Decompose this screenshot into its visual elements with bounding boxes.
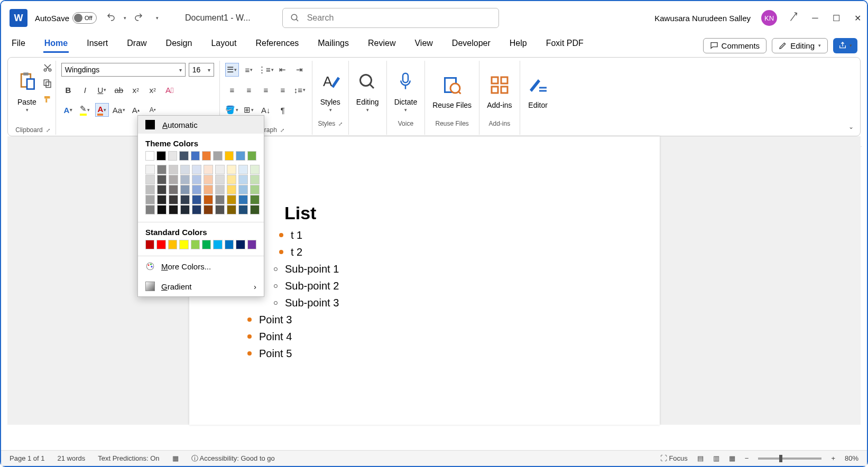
color-swatch[interactable]	[179, 151, 188, 161]
color-swatch[interactable]	[145, 165, 155, 174]
decrease-indent-button[interactable]: ⇤	[276, 63, 290, 77]
page-status[interactable]: Page 1 of 1	[10, 454, 45, 462]
search-box[interactable]	[282, 8, 499, 28]
color-swatch[interactable]	[227, 185, 236, 194]
text-predictions-status[interactable]: Text Predictions: On	[98, 454, 159, 462]
bold-button[interactable]: B	[61, 83, 75, 97]
color-swatch[interactable]	[180, 175, 190, 184]
color-swatch[interactable]	[192, 175, 201, 184]
collapse-ribbon-button[interactable]: ⌄	[848, 123, 854, 130]
color-swatch[interactable]	[157, 185, 167, 194]
font-size-combo[interactable]: 16▾	[189, 63, 214, 77]
subscript-button[interactable]: x2	[129, 83, 143, 97]
color-swatch[interactable]	[179, 240, 188, 249]
cut-button[interactable]	[43, 63, 52, 74]
color-swatch[interactable]	[169, 185, 178, 194]
color-swatch[interactable]	[192, 195, 201, 204]
color-swatch[interactable]	[145, 195, 155, 204]
align-right-button[interactable]: ≡	[259, 83, 273, 97]
italic-button[interactable]: I	[78, 83, 92, 97]
color-swatch[interactable]	[250, 195, 260, 204]
color-swatch[interactable]	[213, 151, 222, 161]
styles-button[interactable]: A Styles▾	[316, 61, 345, 119]
editing-mode-button[interactable]: Editing▾	[772, 38, 828, 53]
multilevel-list-button[interactable]: ⋮≡▾	[259, 63, 273, 77]
color-swatch[interactable]	[238, 195, 248, 204]
color-swatch[interactable]	[145, 175, 155, 184]
bullets-button[interactable]: ☰▾	[225, 63, 239, 77]
copy-button[interactable]	[43, 79, 52, 90]
close-button[interactable]: ✕	[852, 13, 863, 23]
color-swatch[interactable]	[215, 165, 225, 174]
color-swatch[interactable]	[169, 165, 178, 174]
numbering-button[interactable]: ≡▾	[242, 63, 256, 77]
tab-foxit-pdf[interactable]: Foxit PDF	[545, 39, 585, 53]
tab-review[interactable]: Review	[367, 39, 396, 53]
zoom-level[interactable]: 80%	[845, 454, 858, 462]
color-swatch[interactable]	[204, 165, 213, 174]
paste-button[interactable]: Paste▾	[13, 61, 41, 119]
tab-draw[interactable]: Draw	[126, 39, 147, 53]
undo-button[interactable]	[106, 12, 116, 24]
color-swatch[interactable]	[202, 240, 211, 249]
color-swatch[interactable]	[191, 240, 200, 249]
highlight-button[interactable]: ✎▾	[78, 103, 92, 117]
align-left-button[interactable]: ≡	[225, 83, 239, 97]
editor-button[interactable]: Editor	[523, 61, 553, 119]
read-mode-button[interactable]: ▤	[697, 454, 704, 462]
color-swatch[interactable]	[157, 205, 167, 214]
comments-button[interactable]: Comments	[703, 38, 767, 53]
tab-developer[interactable]: Developer	[451, 39, 492, 53]
line-spacing-button[interactable]: ↕≡▾	[293, 83, 307, 97]
print-layout-button[interactable]: ▥	[713, 454, 719, 462]
color-swatch[interactable]	[215, 175, 225, 184]
styles-launcher[interactable]: ⤢	[338, 121, 343, 127]
color-swatch[interactable]	[236, 240, 245, 249]
color-swatch[interactable]	[250, 205, 260, 214]
color-swatch[interactable]	[157, 165, 167, 174]
zoom-slider[interactable]	[758, 457, 821, 460]
coming-soon-icon[interactable]	[788, 11, 799, 25]
color-swatch[interactable]	[250, 185, 260, 194]
color-swatch[interactable]	[250, 165, 260, 174]
color-swatch[interactable]	[156, 240, 165, 249]
color-swatch[interactable]	[180, 185, 190, 194]
tab-layout[interactable]: Layout	[210, 39, 237, 53]
color-swatch[interactable]	[145, 240, 154, 249]
color-swatch[interactable]	[180, 165, 190, 174]
color-swatch[interactable]	[247, 240, 256, 249]
clear-formatting-button[interactable]: A⃠	[163, 83, 177, 97]
text-effects-button[interactable]: A▾	[61, 103, 75, 117]
tab-file[interactable]: File	[11, 39, 26, 53]
color-swatch[interactable]	[169, 205, 178, 214]
increase-indent-button[interactable]: ⇥	[293, 63, 307, 77]
share-button[interactable]: ▾	[833, 38, 857, 53]
color-swatch[interactable]	[225, 151, 234, 161]
color-swatch[interactable]	[215, 195, 225, 204]
font-color-button[interactable]: A▾	[95, 103, 109, 117]
color-swatch[interactable]	[247, 151, 256, 161]
strikethrough-button[interactable]: ab	[112, 83, 126, 97]
tab-mailings[interactable]: Mailings	[317, 39, 350, 53]
redo-button[interactable]	[134, 12, 143, 24]
accessibility-status[interactable]: ⓘ Accessibility: Good to go	[191, 454, 275, 463]
color-swatch[interactable]	[204, 175, 213, 184]
color-swatch[interactable]	[204, 185, 213, 194]
clipboard-launcher[interactable]: ⤢	[46, 127, 50, 133]
color-swatch[interactable]	[213, 240, 222, 249]
color-swatch[interactable]	[238, 175, 248, 184]
zoom-in-button[interactable]: +	[831, 454, 835, 462]
gradient-button[interactable]: Gradient ›	[138, 276, 264, 296]
color-automatic[interactable]: AAutomaticutomatic	[138, 116, 264, 134]
color-swatch[interactable]	[236, 151, 245, 161]
color-swatch[interactable]	[227, 205, 236, 214]
color-swatch[interactable]	[225, 240, 234, 249]
color-swatch[interactable]	[180, 205, 190, 214]
color-swatch[interactable]	[227, 175, 236, 184]
word-count[interactable]: 21 words	[58, 454, 86, 462]
color-swatch[interactable]	[168, 151, 177, 161]
format-painter-button[interactable]	[43, 95, 52, 106]
color-swatch[interactable]	[145, 205, 155, 214]
color-swatch[interactable]	[215, 185, 225, 194]
user-name[interactable]: Kawusara Nurudeen Salley	[654, 14, 751, 23]
